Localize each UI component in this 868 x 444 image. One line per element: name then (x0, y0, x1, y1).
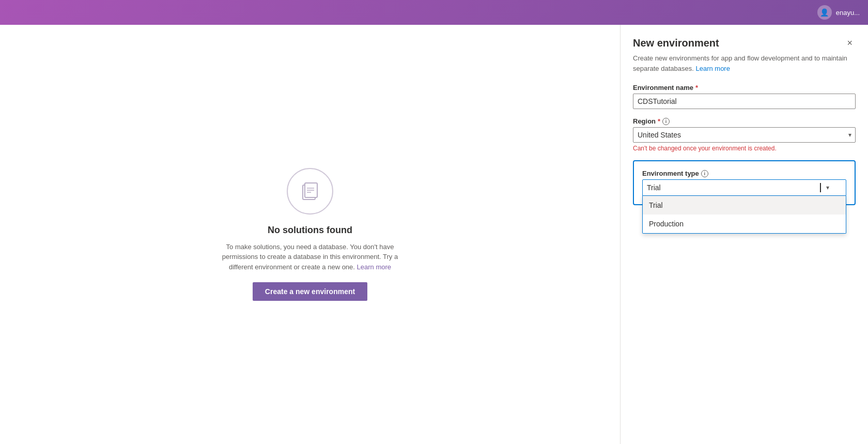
empty-description: To make solutions, you need a database. … (212, 242, 408, 272)
empty-icon (287, 168, 333, 215)
panel-title: New environment (633, 37, 719, 49)
region-hint: Can't be changed once your environment i… (633, 145, 856, 152)
create-environment-button[interactable]: Create a new environment (253, 282, 367, 301)
cursor-icon (820, 183, 825, 192)
region-group: Region * i United States Europe Asia ▾ C… (633, 117, 856, 152)
env-type-dropdown: Trial ▾ Trial Production (642, 179, 846, 196)
env-type-section: Environment type i Trial ▾ Trial (633, 160, 856, 205)
region-required-star: * (658, 117, 660, 125)
env-name-group: Environment name * (633, 84, 856, 109)
close-panel-button[interactable]: × (844, 37, 856, 49)
region-select[interactable]: United States Europe Asia (633, 127, 856, 143)
region-info-icon: i (662, 118, 670, 125)
empty-state: No solutions found To make solutions, yo… (212, 168, 408, 301)
env-type-group: Environment type i Trial ▾ Trial (642, 170, 846, 196)
content-area: No solutions found To make solutions, yo… (0, 25, 620, 444)
empty-learn-more-link[interactable]: Learn more (357, 263, 391, 271)
region-label: Region * i (633, 117, 856, 125)
region-select-wrapper: United States Europe Asia ▾ (633, 127, 856, 143)
env-name-input[interactable] (633, 94, 856, 109)
username-label: enayu... (836, 9, 860, 17)
env-type-label: Environment type i (642, 170, 846, 177)
env-type-chevron-icon: ▾ (826, 184, 829, 191)
env-type-option-production[interactable]: Production (643, 215, 846, 233)
env-type-dropdown-list: Trial Production (642, 196, 846, 234)
panel-learn-more-link[interactable]: Learn more (695, 65, 730, 72)
panel-subtitle: Create new environments for app and flow… (633, 53, 856, 73)
env-type-info-icon: i (701, 170, 708, 177)
user-avatar: 👤 (817, 5, 832, 20)
main-layout: No solutions found To make solutions, yo… (0, 25, 868, 444)
env-type-select-trigger[interactable]: Trial ▾ (642, 179, 846, 196)
user-info[interactable]: 👤 enayu... (817, 5, 860, 20)
panel-header: New environment × (633, 37, 856, 49)
required-star: * (695, 84, 698, 91)
env-type-option-trial[interactable]: Trial (643, 196, 846, 215)
env-type-selected-value: Trial (647, 183, 661, 192)
topbar: 👤 enayu... (0, 0, 868, 25)
empty-title: No solutions found (268, 225, 352, 236)
env-name-label: Environment name * (633, 84, 856, 91)
right-panel: New environment × Create new environment… (620, 25, 868, 444)
